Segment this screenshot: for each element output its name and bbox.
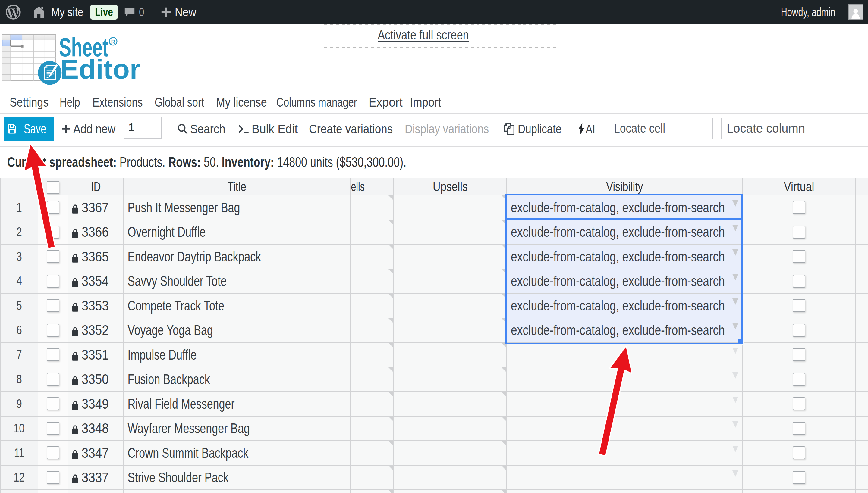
svg-text:R: R	[111, 39, 116, 45]
svg-text:Editor: Editor	[60, 54, 141, 84]
